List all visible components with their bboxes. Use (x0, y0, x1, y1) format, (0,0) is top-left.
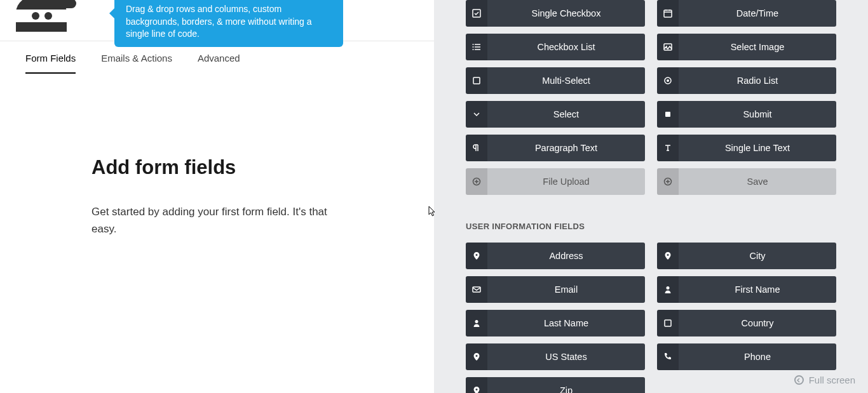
field-label: Multi-Select (487, 67, 645, 94)
map-pin-icon (466, 343, 487, 370)
user-field-last-name[interactable]: Last Name (466, 310, 645, 336)
svg-point-26 (476, 254, 478, 256)
tab-emails-actions[interactable]: Emails & Actions (101, 53, 172, 74)
user-field-city[interactable]: City (657, 243, 836, 269)
calendar-icon (657, 0, 679, 27)
svg-point-9 (473, 46, 474, 48)
field-label: Select (487, 101, 645, 128)
user-field-zip[interactable]: Zip (466, 377, 645, 393)
map-pin-icon (657, 243, 679, 269)
form-content: Add form fields Get started by adding yo… (0, 74, 369, 237)
user-field-first-name[interactable]: First Name (657, 276, 836, 303)
field-label: Paragraph Text (487, 135, 645, 161)
page-subtitle: Get started by adding your first form fi… (92, 203, 343, 237)
field-multi-select[interactable]: Multi-Select (466, 67, 645, 94)
common-fields-grid: Single CheckboxDate/TimeCheckbox ListSel… (466, 0, 836, 195)
map-pin-icon (466, 243, 487, 269)
tooltip-bubble: Drag & drop rows and columns, custom bac… (114, 0, 343, 47)
full-screen-button[interactable]: Full screen (794, 375, 855, 385)
field-single-checkbox[interactable]: Single Checkbox (466, 0, 645, 27)
text-cursor-icon (657, 135, 679, 161)
field-label: Submit (679, 101, 836, 128)
field-label: Address (487, 243, 645, 269)
field-label: File Upload (487, 168, 645, 195)
chevron-down-icon (466, 101, 487, 128)
field-label: Single Line Text (679, 135, 836, 161)
check-square-icon (466, 0, 487, 27)
svg-rect-13 (473, 77, 480, 84)
field-label: Save (679, 168, 836, 195)
field-submit[interactable]: Submit (657, 101, 836, 128)
field-select[interactable]: Select (466, 101, 645, 128)
field-label: Date/Time (679, 0, 836, 27)
square-filled-icon (657, 101, 679, 128)
field-checkbox-list[interactable]: Checkbox List (466, 34, 645, 60)
square-icon (466, 67, 487, 94)
field-file-upload: File Upload (466, 168, 645, 195)
svg-rect-28 (473, 287, 480, 292)
user-field-us-states[interactable]: US States (466, 343, 645, 370)
map-pin-icon (466, 377, 487, 393)
square-icon (657, 310, 679, 336)
user-field-email[interactable]: Email (466, 276, 645, 303)
field-paragraph-text[interactable]: Paragraph Text (466, 135, 645, 161)
field-label: Single Checkbox (487, 0, 645, 27)
radio-icon (657, 67, 679, 94)
user-field-country[interactable]: Country (657, 310, 836, 336)
arrow-left-circle-icon (794, 375, 804, 385)
right-panel: Single CheckboxDate/TimeCheckbox ListSel… (434, 0, 868, 393)
user-icon (657, 276, 679, 303)
user-info-heading: USER INFORMATION FIELDS (466, 222, 836, 231)
field-label: Checkbox List (487, 34, 645, 60)
ninja-logo (10, 0, 79, 41)
field-label: Select Image (679, 34, 836, 60)
field-label: Radio List (679, 67, 836, 94)
tab-form-fields[interactable]: Form Fields (25, 53, 76, 74)
svg-point-27 (667, 254, 669, 256)
user-field-phone[interactable]: Phone (657, 343, 836, 370)
svg-point-8 (473, 44, 474, 45)
plus-circle-icon (466, 168, 487, 195)
field-label: City (679, 243, 836, 269)
user-fields-grid: AddressCityEmailFirst NameLast NameCount… (466, 243, 836, 393)
field-label: Phone (679, 343, 836, 370)
field-single-line-text[interactable]: Single Line Text (657, 135, 836, 161)
svg-point-29 (667, 286, 670, 290)
plus-circle-icon (657, 168, 679, 195)
field-label: US States (487, 343, 645, 370)
list-icon (466, 34, 487, 60)
field-label: Email (487, 276, 645, 303)
paragraph-icon (466, 135, 487, 161)
svg-rect-31 (665, 320, 671, 326)
field-save: Save (657, 168, 836, 195)
svg-point-30 (475, 320, 478, 323)
envelope-icon (466, 276, 487, 303)
field-date-time[interactable]: Date/Time (657, 0, 836, 27)
full-screen-label: Full screen (809, 375, 855, 385)
svg-rect-16 (665, 112, 670, 117)
svg-point-32 (476, 355, 478, 357)
left-panel: Form Fields Emails & Actions Advanced Ad… (0, 41, 434, 393)
field-select-image[interactable]: Select Image (657, 34, 836, 60)
svg-point-10 (473, 49, 474, 50)
phone-icon (657, 343, 679, 370)
field-radio-list[interactable]: Radio List (657, 67, 836, 94)
user-field-address[interactable]: Address (466, 243, 645, 269)
field-label: First Name (679, 276, 836, 303)
svg-rect-1 (664, 10, 672, 17)
field-label: Last Name (487, 310, 645, 336)
field-label: Zip (487, 377, 645, 393)
svg-point-33 (476, 389, 478, 390)
user-icon (466, 310, 487, 336)
tab-advanced[interactable]: Advanced (198, 53, 240, 74)
page-title: Add form fields (92, 156, 343, 179)
image-icon (657, 34, 679, 60)
field-label: Country (679, 310, 836, 336)
svg-point-15 (667, 79, 669, 82)
